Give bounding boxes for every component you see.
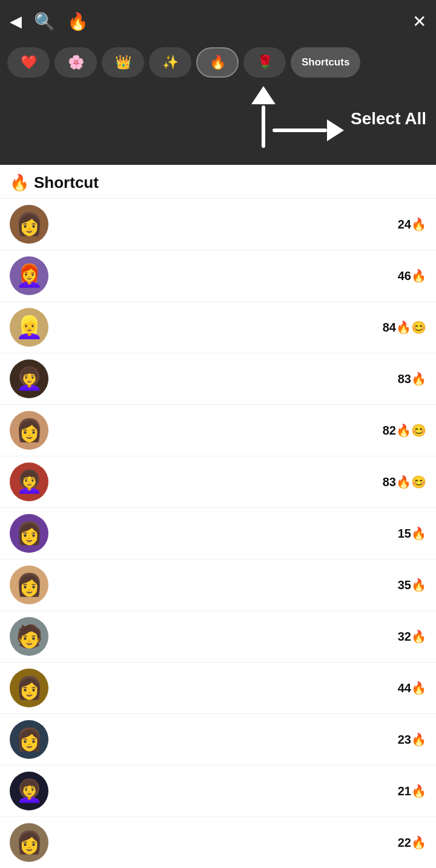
friend-row[interactable]: 👩‍🦰46🔥 <box>0 250 436 302</box>
arrow-right-annotation <box>272 119 344 141</box>
streak-display: 24🔥 <box>56 217 426 232</box>
select-all-annotation-label: Select All <box>351 109 426 129</box>
friend-row[interactable]: 👩23🔥 <box>0 714 436 766</box>
streak-display: 83🔥😊 <box>56 475 426 489</box>
annotation-overlay: Select All <box>0 86 436 165</box>
friend-row[interactable]: 👩‍🦱83🔥 <box>0 353 436 405</box>
filter-tab-fire[interactable]: 🔥 <box>196 47 239 78</box>
close-button[interactable]: ✕ <box>412 12 426 32</box>
filter-tab-sparkle[interactable]: ✨ <box>149 47 191 78</box>
streak-display: 32🔥 <box>56 629 426 644</box>
filter-tab-rose[interactable]: 🌹 <box>243 47 286 78</box>
section-fire-icon: 🔥 <box>10 173 29 192</box>
friend-info: 24🔥 <box>48 217 426 232</box>
streak-display: 44🔥 <box>56 681 426 695</box>
avatar: 👱‍♀️ <box>10 308 48 347</box>
filter-tab-crown[interactable]: 👑 <box>102 47 144 78</box>
arrow-up-annotation <box>251 86 276 148</box>
streak-display: 15🔥 <box>56 526 426 541</box>
avatar: 👩‍🦱 <box>10 772 48 810</box>
friend-info: 82🔥😊 <box>48 423 426 438</box>
avatar: 👩‍🦱 <box>10 462 48 501</box>
avatar: 👩 <box>10 669 48 707</box>
friend-info: 44🔥 <box>48 681 426 695</box>
friend-info: 83🔥😊 <box>48 475 426 489</box>
arrow-up-head <box>251 86 276 104</box>
streak-display: 21🔥 <box>56 784 426 798</box>
arrow-up-line <box>262 105 265 148</box>
avatar: 👩 <box>10 823 48 862</box>
avatar: 👩 <box>10 720 48 759</box>
arrow-right-line <box>272 129 327 132</box>
streak-display: 83🔥 <box>56 372 426 386</box>
friend-row[interactable]: 👩15🔥 <box>0 508 436 559</box>
filter-tab-heart[interactable]: ❤️ <box>7 47 50 78</box>
app-header: ◀ 🔍 🔥 ✕ <box>0 0 436 42</box>
fire-header-icon: 🔥 <box>67 12 88 32</box>
friend-row[interactable]: 👩‍🦱21🔥 <box>0 766 436 817</box>
avatar: 🧑 <box>10 617 48 656</box>
back-button[interactable]: ◀ <box>10 12 22 31</box>
friend-info: 32🔥 <box>48 629 426 644</box>
friend-row[interactable]: 👩82🔥😊 <box>0 405 436 456</box>
avatar: 👩 <box>10 205 48 244</box>
annotation-container: Select All <box>0 86 436 165</box>
friend-list: 👩24🔥👩‍🦰46🔥👱‍♀️84🔥😊👩‍🦱83🔥👩82🔥😊👩‍🦱83🔥😊👩15🔥… <box>0 199 436 868</box>
friend-row[interactable]: 👩35🔥 <box>0 559 436 611</box>
arrow-right-head <box>327 119 344 141</box>
friend-row[interactable]: 🧑32🔥 <box>0 611 436 663</box>
friend-info: 46🔥 <box>48 269 426 283</box>
avatar: 👩 <box>10 514 48 553</box>
avatar: 👩‍🦰 <box>10 256 48 295</box>
friend-row[interactable]: 👩44🔥 <box>0 663 436 714</box>
friend-info: 84🔥😊 <box>48 320 426 335</box>
streak-display: 35🔥 <box>56 578 426 592</box>
section-header: 🔥 Shortcut <box>0 165 436 199</box>
streak-display: 22🔥 <box>56 835 426 850</box>
header-left-icons: ◀ 🔍 🔥 <box>10 12 88 32</box>
friend-info: 35🔥 <box>48 578 426 592</box>
friend-row[interactable]: 👩22🔥 <box>0 817 436 868</box>
friend-row[interactable]: 👱‍♀️84🔥😊 <box>0 302 436 353</box>
shortcuts-button[interactable]: Shortcuts <box>291 47 360 78</box>
avatar: 👩‍🦱 <box>10 359 48 398</box>
streak-display: 82🔥😊 <box>56 423 426 438</box>
friend-row[interactable]: 👩‍🦱83🔥😊 <box>0 456 436 508</box>
friend-info: 23🔥 <box>48 732 426 747</box>
friend-info: 22🔥 <box>48 835 426 850</box>
search-button[interactable]: 🔍 <box>34 12 55 32</box>
filter-tabs-row: ❤️ 🌸 👑 ✨ 🔥 🌹 Shortcuts <box>0 42 436 86</box>
streak-display: 46🔥 <box>56 269 426 283</box>
friend-info: 21🔥 <box>48 784 426 798</box>
avatar: 👩 <box>10 411 48 450</box>
streak-display: 84🔥😊 <box>56 320 426 335</box>
filter-tab-flower[interactable]: 🌸 <box>54 47 97 78</box>
friend-info: 15🔥 <box>48 526 426 541</box>
section-title: Shortcut <box>34 173 99 192</box>
friend-row[interactable]: 👩24🔥 <box>0 199 436 250</box>
avatar: 👩 <box>10 566 48 604</box>
streak-display: 23🔥 <box>56 732 426 747</box>
friend-info: 83🔥 <box>48 372 426 386</box>
